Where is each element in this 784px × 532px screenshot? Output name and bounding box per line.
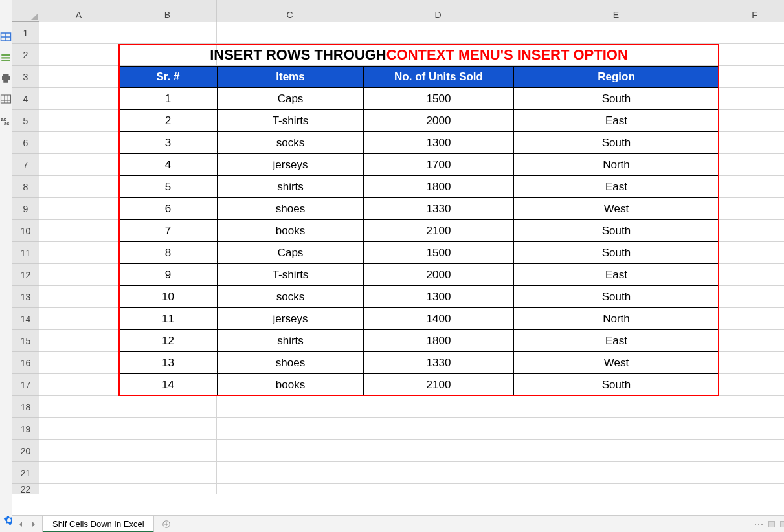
row-header-11[interactable]: 11	[12, 242, 39, 264]
find-replace-icon[interactable]: abac	[0, 114, 12, 126]
cell-F8[interactable]	[719, 176, 784, 198]
cell-D7[interactable]	[363, 154, 513, 176]
cell-D20[interactable]	[363, 440, 513, 462]
col-header-C[interactable]: C	[217, 8, 363, 22]
col-header-B[interactable]: B	[118, 8, 217, 22]
cell-D16[interactable]	[363, 352, 513, 374]
cell-A6[interactable]	[39, 132, 118, 154]
cell-F10[interactable]	[719, 220, 784, 242]
cell-E14[interactable]	[513, 308, 719, 330]
add-sheet-button[interactable]	[154, 516, 179, 532]
cell-A2[interactable]	[39, 44, 118, 66]
cell-F22[interactable]	[719, 484, 784, 494]
cell-F20[interactable]	[719, 440, 784, 462]
cell-B7[interactable]	[118, 154, 217, 176]
cell-D10[interactable]	[363, 220, 513, 242]
cell-E2[interactable]	[513, 44, 719, 66]
cell-E1[interactable]	[513, 22, 719, 44]
row-header-13[interactable]: 13	[12, 286, 39, 308]
cell-F3[interactable]	[719, 66, 784, 88]
cell-B10[interactable]	[118, 220, 217, 242]
col-header-F[interactable]: F	[719, 8, 784, 22]
cell-F4[interactable]	[719, 88, 784, 110]
table-icon[interactable]	[0, 93, 12, 105]
row-header-3[interactable]: 3	[12, 66, 39, 88]
cell-D19[interactable]	[363, 418, 513, 440]
cell-B20[interactable]	[118, 440, 217, 462]
cell-E7[interactable]	[513, 154, 719, 176]
cell-C8[interactable]	[217, 176, 363, 198]
cell-B2[interactable]	[118, 44, 217, 66]
row-header-20[interactable]: 20	[12, 440, 39, 462]
cell-E8[interactable]	[513, 176, 719, 198]
cell-A8[interactable]	[39, 176, 118, 198]
tab-prev-icon[interactable]	[17, 521, 24, 527]
cell-F11[interactable]	[719, 242, 784, 264]
row-header-14[interactable]: 14	[12, 308, 39, 330]
cell-C22[interactable]	[217, 484, 363, 494]
row-header-5[interactable]: 5	[12, 110, 39, 132]
row-header-12[interactable]: 12	[12, 264, 39, 286]
cell-D22[interactable]	[363, 484, 513, 494]
cell-A15[interactable]	[39, 330, 118, 352]
cell-D17[interactable]	[363, 374, 513, 396]
cell-A3[interactable]	[39, 66, 118, 88]
row-header-9[interactable]: 9	[12, 198, 39, 220]
hscroll-left[interactable]	[768, 521, 775, 527]
cell-A14[interactable]	[39, 308, 118, 330]
cell-A5[interactable]	[39, 110, 118, 132]
cell-C19[interactable]	[217, 418, 363, 440]
cell-B22[interactable]	[118, 484, 217, 494]
cell-B5[interactable]	[118, 110, 217, 132]
cell-A9[interactable]	[39, 198, 118, 220]
cell-F12[interactable]	[719, 264, 784, 286]
cell-D13[interactable]	[363, 286, 513, 308]
cell-C11[interactable]	[217, 242, 363, 264]
cell-E4[interactable]	[513, 88, 719, 110]
cell-B14[interactable]	[118, 308, 217, 330]
cell-B21[interactable]	[118, 462, 217, 484]
cell-E15[interactable]	[513, 330, 719, 352]
cell-E17[interactable]	[513, 374, 719, 396]
row-header-17[interactable]: 17	[12, 374, 39, 396]
tab-next-icon[interactable]	[30, 521, 37, 527]
cell-B11[interactable]	[118, 242, 217, 264]
cell-D2[interactable]	[363, 44, 513, 66]
sheet-tab-active[interactable]: Shif Cells Down In Excel	[43, 516, 154, 532]
cell-B18[interactable]	[118, 396, 217, 418]
cell-D3[interactable]	[363, 66, 513, 88]
cell-E12[interactable]	[513, 264, 719, 286]
cell-F15[interactable]	[719, 330, 784, 352]
cell-F21[interactable]	[719, 462, 784, 484]
cell-E10[interactable]	[513, 220, 719, 242]
cell-F1[interactable]	[719, 22, 784, 44]
row-header-21[interactable]: 21	[12, 462, 39, 484]
cell-C5[interactable]	[217, 110, 363, 132]
cell-B1[interactable]	[118, 22, 217, 44]
cell-A12[interactable]	[39, 264, 118, 286]
cell-C4[interactable]	[217, 88, 363, 110]
cell-E22[interactable]	[513, 484, 719, 494]
cell-F17[interactable]	[719, 374, 784, 396]
cell-A20[interactable]	[39, 440, 118, 462]
cell-E19[interactable]	[513, 418, 719, 440]
cell-C18[interactable]	[217, 396, 363, 418]
cell-A22[interactable]	[39, 484, 118, 494]
cell-B4[interactable]	[118, 88, 217, 110]
cell-F18[interactable]	[719, 396, 784, 418]
cell-A19[interactable]	[39, 418, 118, 440]
cell-C16[interactable]	[217, 352, 363, 374]
row-header-16[interactable]: 16	[12, 352, 39, 374]
cell-C7[interactable]	[217, 154, 363, 176]
cell-B17[interactable]	[118, 374, 217, 396]
col-header-A[interactable]: A	[39, 8, 118, 22]
cell-B3[interactable]	[118, 66, 217, 88]
list-icon[interactable]	[0, 52, 12, 63]
cell-C21[interactable]	[217, 462, 363, 484]
cell-E21[interactable]	[513, 462, 719, 484]
cell-C1[interactable]	[217, 22, 363, 44]
col-header-D[interactable]: D	[363, 8, 513, 22]
row-header-22[interactable]: 22	[12, 484, 39, 494]
cell-D12[interactable]	[363, 264, 513, 286]
cell-F19[interactable]	[719, 418, 784, 440]
